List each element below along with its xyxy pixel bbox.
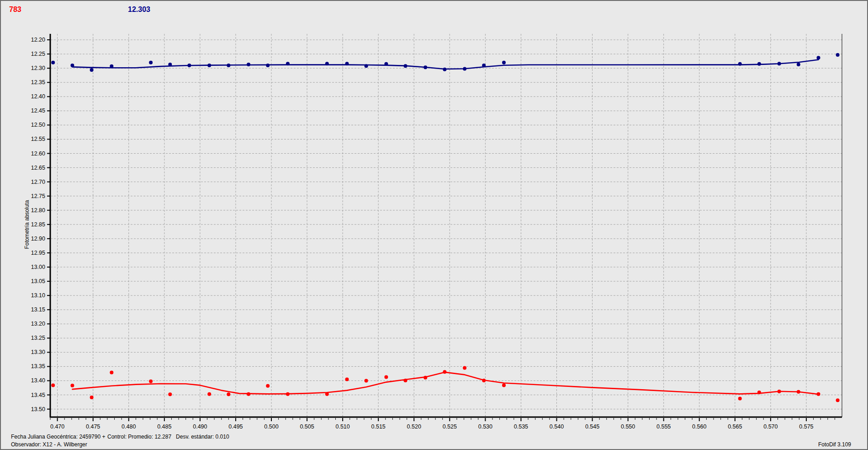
y-tick-label: 12.20 [31,37,45,43]
x-tick-label: 0.555 [656,423,671,430]
blue-series-fit-line [72,60,818,70]
blue-series-data-point [286,62,290,65]
red-series-data-point [836,398,840,402]
light-curve-chart: 12.2012.2512.3012.3512.4012.4512.5012.55… [1,1,868,450]
blue-series-data-point [325,62,329,65]
x-tick-label: 0.525 [443,423,457,430]
blue-series-data-point [423,65,427,69]
y-tick-label: 12.55 [31,136,45,142]
x-tick-label: 0.490 [193,423,207,430]
red-series-data-point [365,379,368,383]
red-series-data-point [384,375,388,379]
y-tick-label: 13.15 [31,306,45,313]
y-tick-label: 13.30 [31,349,45,355]
y-tick-label: 13.35 [31,363,45,370]
red-series-data-point [227,392,230,396]
x-tick-label: 0.545 [585,423,599,430]
y-tick-label: 13.45 [31,392,45,398]
x-tick-label: 0.510 [335,423,349,430]
x-tick-label: 0.515 [371,423,386,430]
red-series-data-point [757,391,761,394]
blue-series-data-point [110,64,113,68]
y-tick-label: 12.85 [31,221,45,228]
x-tick-label: 0.495 [228,423,243,430]
x-tick-label: 0.570 [763,423,778,430]
blue-series-data-point [90,68,94,72]
y-tick-label: 12.95 [31,250,45,256]
y-tick-label: 12.90 [31,236,45,242]
x-tick-label: 0.500 [264,423,278,430]
x-tick-label: 0.505 [300,423,314,430]
x-tick-label: 0.470 [50,423,64,430]
red-series-data-point [207,392,211,396]
x-tick-label: 0.550 [621,423,635,430]
fotodif-window: 783 12.303 12.2012.2512.3012.3512.4012.4… [0,0,868,450]
y-tick-label: 13.20 [31,321,45,327]
blue-series-data-point [149,61,153,64]
red-series-data-point [482,379,486,382]
x-tick-label: 0.575 [799,423,813,430]
x-tick-label: 0.480 [122,423,136,430]
red-series-fit-line [72,372,818,394]
red-series-data-point [443,370,446,374]
blue-series-data-point [365,64,368,68]
y-tick-label: 13.40 [31,377,45,384]
y-tick-label: 13.10 [31,292,45,299]
x-tick-label: 0.520 [407,423,421,430]
blue-series-data-point [738,62,742,66]
y-tick-label: 13.25 [31,335,45,341]
blue-series-data-point [384,62,388,66]
blue-series-data-point [345,62,349,65]
red-series-data-point [325,392,329,396]
blue-series-data-point [463,67,466,70]
red-series-data-point [797,390,800,394]
blue-series-data-point [778,62,781,65]
red-series-data-point [286,392,290,396]
observer-label: Observador: X12 - A. Wilberger [11,441,87,448]
blue-series-data-point [817,56,820,59]
y-tick-label: 12.25 [31,51,45,57]
red-series-data-point [502,383,506,387]
y-tick-label: 12.80 [31,207,45,214]
y-tick-label: 12.45 [31,107,45,114]
y-tick-label: 12.70 [31,179,45,185]
red-series-data-point [51,383,55,387]
red-series-data-point [463,366,466,370]
red-series-data-point [404,379,408,382]
red-series-data-point [738,397,742,401]
blue-series-data-point [502,61,506,64]
julian-date-label: Fecha Juliana Geocéntrica: 2459790 + [11,434,105,440]
y-tick-label: 12.60 [31,150,45,157]
red-series-data-point [817,392,820,396]
app-version-label: FotoDif 3.109 [818,441,851,448]
y-tick-label: 12.50 [31,122,45,128]
blue-series-data-point [70,64,74,67]
x-tick-label: 0.530 [478,423,492,430]
blue-series-data-point [797,63,800,66]
control-stats-label: Control: Promedio: 12.287 Desv. estándar… [107,434,229,440]
blue-series-data-point [207,64,211,67]
y-tick-label: 12.75 [31,193,45,199]
red-series-data-point [70,384,74,387]
y-tick-label: 12.35 [31,79,45,86]
blue-series-data-point [443,68,446,71]
red-series-data-point [149,380,153,383]
red-series-data-point [266,384,270,388]
blue-series-data-point [247,63,250,66]
red-series-data-point [423,376,427,380]
blue-series-data-point [187,64,191,67]
y-tick-label: 13.50 [31,406,45,412]
x-tick-label: 0.485 [157,423,171,430]
blue-series-data-point [168,63,172,66]
red-series-data-point [168,392,172,396]
x-tick-label: 0.540 [550,423,564,430]
y-tick-label: 12.30 [31,65,45,71]
y-axis-title: Fotometría absoluta [24,181,30,268]
y-tick-label: 13.05 [31,278,45,284]
blue-series-data-point [404,64,408,68]
red-series-data-point [90,396,94,399]
y-tick-label: 13.00 [31,264,45,270]
blue-series-data-point [266,64,270,67]
red-series-data-point [345,377,349,381]
blue-series-data-point [836,53,840,57]
